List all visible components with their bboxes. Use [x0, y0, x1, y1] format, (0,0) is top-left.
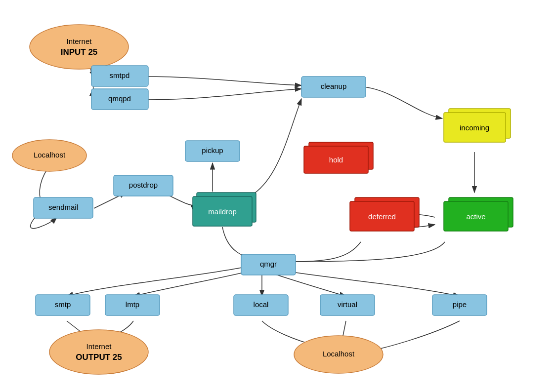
virtual-node: [320, 295, 375, 315]
svg-rect-3: [193, 196, 252, 226]
cleanup-node: [301, 77, 366, 97]
svg-rect-7: [444, 113, 506, 142]
localhost-top-node: [12, 140, 86, 171]
svg-rect-5: [304, 146, 368, 173]
internet-output-node: [49, 330, 148, 374]
lmtp-node: [105, 295, 160, 315]
pickup-node: [185, 141, 240, 161]
postdrop-node: [114, 175, 173, 196]
qmgr-node: [241, 254, 296, 275]
internet-input-node: [30, 25, 128, 69]
pipe-node: [432, 295, 487, 315]
qmqpd-node: [91, 89, 148, 110]
smtp-node: [36, 295, 90, 315]
local-node: [234, 295, 288, 315]
sendmail-node: [34, 197, 93, 218]
smtpd-node: [91, 66, 148, 86]
svg-rect-9: [444, 201, 508, 231]
localhost-bottom-node: [294, 336, 383, 373]
svg-rect-11: [350, 201, 414, 231]
